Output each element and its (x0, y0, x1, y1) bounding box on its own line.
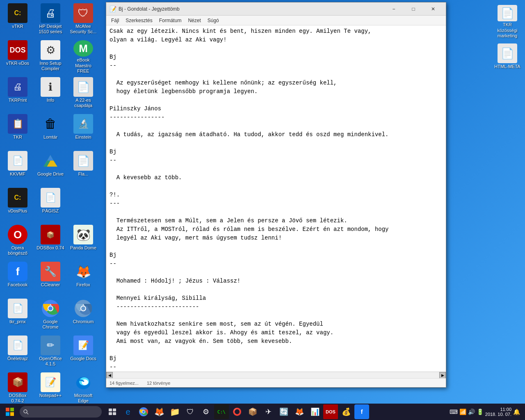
taskbar-settings[interactable]: ⚙ (199, 404, 213, 419)
svg-rect-16 (6, 412, 9, 416)
icon-mcafee[interactable]: 🛡 McAfeeSecurity Sc... (67, 2, 99, 39)
icon-dosbox[interactable]: 📦 DOSBox 0.74 (34, 223, 66, 260)
icon-googledocs[interactable]: 📝 Google Docs (67, 334, 99, 371)
start-button[interactable] (2, 404, 18, 419)
taskbar-dosbox[interactable]: 📦 (245, 404, 260, 419)
menu-format[interactable]: Formátum (156, 16, 185, 25)
icon-tkrprint[interactable]: 🖨 TKRPrint (2, 75, 34, 112)
taskbar-media[interactable]: ⭕ (230, 404, 244, 419)
icon-dosbox2[interactable]: 📦 DOSBox0.74-2 (2, 371, 34, 408)
icon-googlechrome[interactable]: Google Chrome (34, 297, 66, 334)
svg-rect-15 (10, 408, 14, 411)
statusbar-right: 12 törvénye (147, 381, 170, 386)
notepad-statusbar: 14 figyelmez... 12 törvénye (106, 378, 446, 387)
svg-point-5 (48, 306, 52, 310)
icon-vdos[interactable]: C: vDosPlus (2, 186, 34, 223)
menu-edit[interactable]: Szerkesztés (122, 16, 155, 25)
minimize-button[interactable]: − (384, 3, 403, 15)
taskbar-filezilla[interactable]: 🔄 (276, 404, 291, 419)
close-button[interactable]: ✕ (424, 3, 443, 15)
menu-view[interactable]: Nézet (185, 16, 204, 25)
tray-sound[interactable]: 🔊 (468, 409, 475, 415)
svg-point-26 (142, 411, 145, 413)
statusbar-left: 14 figyelmez... (110, 381, 139, 386)
taskbar-search[interactable] (20, 406, 102, 418)
taskbar-clock[interactable]: 11:00 2018. 10. 07. (485, 407, 511, 417)
icon-opera[interactable]: O Operaböngésző (2, 223, 34, 260)
taskbar-items: e 🦊 📁 🛡 ⚙ C:\ ⭕ 📦 ✈ 🔄 (103, 404, 446, 419)
icon-inno[interactable]: ⚙ Inno SetupCompiler (34, 39, 66, 75)
taskbar-dos[interactable]: DOS (323, 404, 338, 419)
icon-gdrive[interactable]: Google Drive (34, 149, 66, 186)
maximize-button[interactable]: □ (404, 3, 423, 15)
taskbar-calc[interactable]: 📊 (308, 404, 322, 419)
icon-html-meta[interactable]: 📄 HTML-META (491, 42, 523, 79)
svg-point-18 (24, 410, 27, 413)
notepad-hscrollbar[interactable]: ◀ ▶ (106, 372, 446, 378)
taskbar-firefox[interactable]: 🦊 (152, 404, 167, 419)
taskbar-facebook[interactable]: f (354, 404, 369, 419)
svg-rect-17 (10, 412, 14, 416)
menu-file[interactable]: Fájl (108, 16, 122, 25)
icon-hp[interactable]: 🖨 HP Deskjet1510 series (34, 2, 66, 39)
icon-pagisz[interactable]: 📄 PÁGISZ (34, 186, 66, 223)
taskbar-explorer[interactable]: 📁 (167, 404, 182, 419)
icon-lomtar[interactable]: 🗑 Lomtár (34, 112, 66, 149)
notepad-window: 📝 Bj - Gondolat - Jegyzettömb − □ ✕ Fájl… (106, 2, 446, 388)
tray-icons: ⌨ 📶 🔊 🔋 (450, 409, 484, 415)
window-controls: − □ ✕ (384, 3, 443, 15)
tray-network[interactable]: 📶 (459, 409, 466, 415)
icon-openoffice[interactable]: ✏ OpenOffice4.1.5 (34, 334, 66, 371)
icon-notepadpp[interactable]: 📝 Notepad++ (34, 371, 66, 408)
taskbar: e 🦊 📁 🛡 ⚙ C:\ ⭕ 📦 ✈ 🔄 (0, 404, 525, 420)
window-titlebar: 📝 Bj - Gondolat - Jegyzettömb − □ ✕ (106, 2, 446, 16)
svg-line-19 (27, 413, 28, 414)
hscroll-right[interactable]: ▶ (439, 372, 446, 379)
svg-rect-20 (109, 409, 112, 411)
icon-vtks[interactable]: C: vTKR (2, 2, 34, 39)
taskbar-terminal[interactable]: C:\ (214, 404, 229, 419)
icon-oneletrajz[interactable]: 📄 Önéletrajz (2, 334, 34, 371)
icon-ebook[interactable]: M eBookMaestro FREE (67, 39, 99, 75)
icon-kkvmf[interactable]: 📄 KKVMF (2, 149, 34, 186)
menu-help[interactable]: Súgó (204, 16, 222, 25)
taskbar-tray: ⌨ 📶 🔊 🔋 11:00 2018. 10. 07. 🔔 (446, 407, 523, 417)
icon-tkr[interactable]: 📋 TKR (2, 112, 34, 149)
icon-firefox[interactable]: 🦊 Firefox (67, 260, 99, 297)
clock-date: 2018. 10. 07. (485, 412, 511, 417)
svg-rect-14 (6, 408, 9, 411)
icon-a22[interactable]: 📄 A 22-escsapdája (67, 75, 99, 112)
notepad-icon: 📝 (110, 6, 116, 12)
taskbar-taskview[interactable] (105, 404, 120, 419)
icon-vtkrvdos[interactable]: DOS vTKR-vDos (2, 39, 34, 75)
icon-tkrprnx[interactable]: 📄 tkr_prnx (2, 297, 34, 334)
hscroll-left[interactable]: ◀ (106, 372, 113, 379)
icon-panda[interactable]: 🐼 Panda Dome (67, 223, 99, 260)
icon-info[interactable]: ℹ Info (34, 75, 66, 112)
tray-notification[interactable]: 🔔 (513, 409, 520, 415)
tray-keyboard[interactable]: ⌨ (450, 409, 458, 415)
icon-fla[interactable]: 📄 Fla... (67, 149, 99, 186)
tray-battery: 🔋 (477, 409, 484, 415)
window-title: Bj - Gondolat - Jegyzettömb (119, 6, 384, 12)
svg-point-10 (81, 306, 85, 310)
icon-einstein[interactable]: 🔬 Einstein (67, 112, 99, 149)
notepad-text-content[interactable]: Csak az egy létezik. Nincs kint és bent,… (106, 25, 446, 372)
svg-rect-21 (113, 409, 116, 411)
taskbar-firefox2[interactable]: 🦊 (292, 404, 307, 419)
icon-tkr-marketing[interactable]: 📄 TKR közösségi marketing (491, 3, 523, 40)
icon-ccleaner[interactable]: 🔧 CCleaner (34, 260, 66, 297)
taskbar-dollar[interactable]: 💰 (339, 404, 354, 419)
clock-time: 11:00 (485, 407, 511, 412)
icon-chromium[interactable]: Chromium (67, 297, 99, 334)
taskbar-edge[interactable]: e (121, 404, 135, 419)
svg-rect-23 (113, 412, 116, 415)
taskbar-telegram[interactable]: ✈ (261, 404, 276, 419)
icon-facebook[interactable]: f Facebook (2, 260, 34, 297)
taskbar-shield[interactable]: 🛡 (183, 404, 198, 419)
window-menubar: Fájl Szerkesztés Formátum Nézet Súgó (106, 16, 446, 25)
taskbar-chrome[interactable] (136, 404, 151, 419)
desktop-icons-right: 📄 TKR közösségi marketing 📄 HTML-META (488, 0, 525, 82)
desktop-icons-left: C: vTKR 🖨 HP Deskjet1510 series 🛡 McAfee… (0, 0, 98, 394)
icon-msedge[interactable]: Microsoft Edge (67, 371, 99, 408)
